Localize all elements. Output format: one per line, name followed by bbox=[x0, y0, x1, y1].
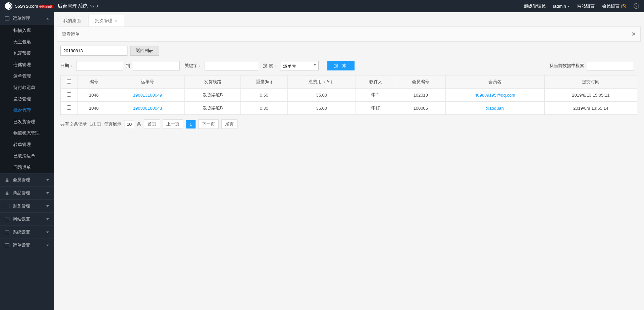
table-container: 编号运单号发货线路重量(kg)总费用（￥）收件人会员编号会员名提交时间 1046… bbox=[54, 75, 644, 115]
menu-group-3[interactable]: 财务管理 bbox=[0, 200, 54, 212]
back-button[interactable]: 返回列表 bbox=[130, 46, 159, 56]
chevron-up-icon bbox=[46, 18, 49, 19]
submenu-item[interactable]: 已发货管理 bbox=[0, 116, 54, 127]
pagination: 共有 2 条记录 1/1 页 每页展示 条 首页 上一页 1 下一页 尾页 bbox=[54, 115, 644, 134]
last-page-button[interactable]: 尾页 bbox=[221, 119, 237, 129]
search-type-select[interactable]: 运单号 bbox=[280, 61, 319, 70]
chevron-down-icon bbox=[46, 245, 49, 246]
submenu-item[interactable]: 批次管理 bbox=[0, 105, 54, 116]
logo-text: 56SYS.com全网物流通 bbox=[15, 4, 53, 9]
menu-group-0[interactable]: 运单管理 bbox=[0, 12, 54, 25]
menu-group-5[interactable]: 系统设置 bbox=[0, 226, 54, 239]
close-icon[interactable]: × bbox=[632, 30, 636, 38]
chevron-down-icon bbox=[46, 218, 49, 220]
menu-icon bbox=[5, 230, 9, 234]
submenu-item[interactable]: 包裹预报 bbox=[0, 48, 54, 59]
tab[interactable]: 我的桌面 bbox=[57, 15, 87, 27]
chevron-down-icon bbox=[567, 6, 570, 7]
menu-icon bbox=[5, 243, 9, 247]
search-type-label: 搜 索： bbox=[263, 63, 277, 69]
submenu-item[interactable]: 待付款运单 bbox=[0, 82, 54, 93]
select-all-checkbox[interactable] bbox=[67, 79, 71, 84]
next-page-button[interactable]: 下一页 bbox=[198, 119, 219, 129]
keyword-input[interactable] bbox=[205, 61, 258, 70]
panel-title: 查看运单 bbox=[62, 31, 79, 37]
table-row: 1046190813100049发货渠道B0.5035.00李白10201040… bbox=[61, 89, 637, 102]
search-button[interactable]: 搜 索 bbox=[327, 61, 355, 70]
menu-icon bbox=[5, 16, 9, 20]
submenu-item[interactable]: 无主包裹 bbox=[0, 36, 54, 48]
role-label: 超级管理员 bbox=[524, 3, 546, 9]
table-header: 编号 bbox=[77, 75, 110, 89]
content-area: 我的桌面批次管理× 查看运单 × 返回列表 日期： 到 关键字： 搜 索： 运单… bbox=[54, 12, 644, 310]
waybill-link[interactable]: 190813100049 bbox=[133, 93, 162, 98]
menu-group-2[interactable]: 商品管理 bbox=[0, 187, 54, 199]
submenu-item[interactable]: 仓储管理 bbox=[0, 59, 54, 70]
pager-summary: 共有 2 条记录 bbox=[60, 121, 87, 127]
local-search-label: 从当前数据中检索: bbox=[549, 63, 586, 69]
menu-icon bbox=[5, 217, 9, 221]
keyword-label: 关键字： bbox=[184, 63, 202, 69]
tab-bar: 我的桌面批次管理× bbox=[54, 12, 644, 27]
table-row: 1040190808100043发货渠道B0.3036.00李好100006xi… bbox=[61, 102, 637, 115]
date-to-input[interactable] bbox=[133, 61, 180, 70]
perpage-label: 每页展示 bbox=[104, 121, 121, 127]
to-label: 到 bbox=[126, 63, 130, 69]
top-header: 56SYS.com全网物流通 后台管理系统 V7.0 超级管理员 iadmin … bbox=[0, 0, 644, 12]
first-page-button[interactable]: 首页 bbox=[144, 119, 160, 129]
menu-group-6[interactable]: 运单设置 bbox=[0, 239, 54, 252]
toolbar-filter: 日期： 到 关键字： 搜 索： 运单号 搜 索 从当前数据中检索: bbox=[54, 58, 644, 75]
table-header bbox=[61, 75, 77, 89]
submenu-item[interactable]: 扫描入库 bbox=[0, 25, 54, 36]
menu-icon bbox=[5, 191, 9, 195]
date-label: 日期： bbox=[60, 63, 73, 69]
sidebar: 运单管理扫描入库无主包裹包裹预报仓储管理运单管理待付款运单发货管理批次管理已发货… bbox=[0, 12, 54, 310]
menu-group-1[interactable]: 会员管理 bbox=[0, 173, 54, 186]
logo-icon bbox=[5, 2, 12, 10]
waybill-link[interactable]: 190808100043 bbox=[133, 106, 162, 111]
row-checkbox[interactable] bbox=[67, 92, 71, 97]
submenu-item[interactable]: 物流状态管理 bbox=[0, 127, 54, 139]
table-header: 重量(kg) bbox=[240, 75, 287, 89]
member-link[interactable]: xiaoquan bbox=[486, 106, 504, 111]
user-dropdown[interactable]: iadmin bbox=[553, 4, 570, 9]
page-number-button[interactable]: 1 bbox=[186, 120, 196, 128]
table-header: 会员编号 bbox=[396, 75, 445, 89]
submenu-item[interactable]: 运单管理 bbox=[0, 70, 54, 82]
prev-page-button[interactable]: 上一页 bbox=[163, 119, 183, 129]
logo[interactable]: 56SYS.com全网物流通 bbox=[5, 2, 53, 10]
site-message-link[interactable]: 网站留言 bbox=[577, 3, 595, 9]
date-from-input[interactable] bbox=[76, 61, 123, 70]
submenu-item[interactable]: 已取消运单 bbox=[0, 150, 54, 162]
tab[interactable]: 批次管理× bbox=[89, 15, 124, 27]
table-header: 提交时间 bbox=[544, 75, 637, 89]
submenu-item[interactable]: 问题运单 bbox=[0, 162, 54, 173]
tab-close-icon[interactable]: × bbox=[115, 18, 118, 23]
table-header: 收件人 bbox=[356, 75, 396, 89]
submenu-item[interactable]: 发货管理 bbox=[0, 93, 54, 105]
chevron-down-icon bbox=[46, 231, 49, 233]
member-message-link[interactable]: 会员留言 (5) bbox=[602, 3, 626, 9]
pager-pages: 1/1 页 bbox=[90, 121, 101, 127]
batch-input[interactable] bbox=[60, 46, 127, 56]
chevron-down-icon bbox=[46, 192, 49, 194]
member-link[interactable]: 409889195@qq.com bbox=[475, 93, 515, 98]
table-header: 发货线路 bbox=[185, 75, 240, 89]
menu-icon bbox=[5, 204, 9, 208]
panel-header: 查看运单 × bbox=[57, 27, 641, 42]
menu-group-4[interactable]: 网站设置 bbox=[0, 213, 54, 225]
version-label: V7.0 bbox=[90, 4, 98, 8]
perpage-input[interactable] bbox=[124, 120, 134, 128]
help-icon[interactable]: ? bbox=[634, 3, 639, 9]
table-header: 运单号 bbox=[110, 75, 185, 89]
perpage-unit: 条 bbox=[137, 121, 141, 127]
row-checkbox[interactable] bbox=[67, 105, 71, 110]
menu-icon bbox=[5, 178, 9, 182]
chevron-down-icon bbox=[46, 205, 49, 207]
table-header: 总费用（￥） bbox=[287, 75, 356, 89]
toolbar-batch: 返回列表 bbox=[54, 42, 644, 58]
system-title: 后台管理系统 bbox=[57, 3, 88, 9]
local-search-input[interactable] bbox=[587, 61, 634, 70]
data-table: 编号运单号发货线路重量(kg)总费用（￥）收件人会员编号会员名提交时间 1046… bbox=[60, 75, 637, 115]
submenu-item[interactable]: 转单管理 bbox=[0, 139, 54, 150]
